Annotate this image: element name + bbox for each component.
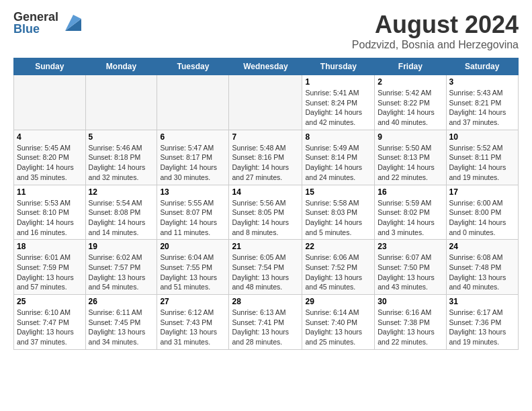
day-info: Sunrise: 5:48 AMSunset: 8:16 PMDaylight:… xyxy=(232,143,299,183)
calendar-cell-w3-d1: 11Sunrise: 5:53 AMSunset: 8:10 PMDayligh… xyxy=(14,185,86,240)
day-number: 18 xyxy=(17,242,83,251)
calendar-cell-w5-d4: 28Sunrise: 6:13 AMSunset: 7:41 PMDayligh… xyxy=(229,295,302,350)
title-block: August 2024 Podzvizd, Bosnia and Herzego… xyxy=(352,11,519,51)
calendar-week-2: 4Sunrise: 5:45 AMSunset: 8:20 PMDaylight… xyxy=(14,130,519,185)
calendar-cell-w2-d6: 9Sunrise: 5:50 AMSunset: 8:13 PMDaylight… xyxy=(375,130,446,185)
logo-text: General Blue xyxy=(13,11,58,35)
day-number: 15 xyxy=(305,187,371,197)
day-number: 25 xyxy=(17,297,83,306)
day-info: Sunrise: 6:07 AMSunset: 7:50 PMDaylight:… xyxy=(378,253,443,292)
calendar-cell-w2-d2: 5Sunrise: 5:46 AMSunset: 8:18 PMDaylight… xyxy=(85,130,157,185)
calendar-cell-w5-d3: 27Sunrise: 6:12 AMSunset: 7:43 PMDayligh… xyxy=(157,295,229,350)
day-number: 3 xyxy=(449,77,515,87)
col-wednesday: Wednesday xyxy=(229,58,302,75)
calendar-cell-w4-d2: 19Sunrise: 6:02 AMSunset: 7:57 PMDayligh… xyxy=(85,240,157,295)
main-title: August 2024 xyxy=(352,11,519,39)
logo-icon xyxy=(60,12,81,34)
day-number: 14 xyxy=(232,187,299,197)
day-info: Sunrise: 6:06 AMSunset: 7:52 PMDaylight:… xyxy=(305,253,371,292)
calendar-cell-w5-d1: 25Sunrise: 6:10 AMSunset: 7:47 PMDayligh… xyxy=(14,295,86,350)
day-number: 5 xyxy=(89,132,154,142)
subtitle: Podzvizd, Bosnia and Herzegovina xyxy=(352,39,519,51)
day-info: Sunrise: 5:53 AMSunset: 8:10 PMDaylight:… xyxy=(17,198,83,238)
day-number: 6 xyxy=(160,132,226,142)
day-number: 27 xyxy=(160,297,226,306)
calendar-cell-w1-d2 xyxy=(85,75,157,130)
calendar-cell-w4-d6: 23Sunrise: 6:07 AMSunset: 7:50 PMDayligh… xyxy=(375,240,446,295)
day-info: Sunrise: 6:11 AMSunset: 7:45 PMDaylight:… xyxy=(89,308,154,347)
day-info: Sunrise: 6:00 AMSunset: 8:00 PMDaylight:… xyxy=(449,198,515,238)
calendar-week-5: 25Sunrise: 6:10 AMSunset: 7:47 PMDayligh… xyxy=(14,295,519,350)
day-number: 19 xyxy=(89,242,154,251)
day-number: 2 xyxy=(378,77,443,87)
calendar-cell-w1-d3 xyxy=(157,75,229,130)
day-number: 28 xyxy=(232,297,299,306)
day-info: Sunrise: 5:43 AMSunset: 8:21 PMDaylight:… xyxy=(449,88,515,128)
day-number: 7 xyxy=(232,132,299,142)
day-info: Sunrise: 5:41 AMSunset: 8:24 PMDaylight:… xyxy=(305,88,371,128)
col-saturday: Saturday xyxy=(446,58,518,75)
calendar-cell-w3-d7: 17Sunrise: 6:00 AMSunset: 8:00 PMDayligh… xyxy=(446,185,518,240)
calendar-cell-w3-d4: 14Sunrise: 5:56 AMSunset: 8:05 PMDayligh… xyxy=(229,185,302,240)
day-number: 1 xyxy=(305,77,371,87)
logo: General Blue xyxy=(13,11,81,35)
day-number: 16 xyxy=(378,187,443,197)
calendar-week-3: 11Sunrise: 5:53 AMSunset: 8:10 PMDayligh… xyxy=(14,185,519,240)
day-info: Sunrise: 5:56 AMSunset: 8:05 PMDaylight:… xyxy=(232,198,299,238)
logo-blue: Blue xyxy=(13,23,58,35)
calendar-cell-w1-d4 xyxy=(229,75,302,130)
calendar-cell-w5-d2: 26Sunrise: 6:11 AMSunset: 7:45 PMDayligh… xyxy=(85,295,157,350)
col-tuesday: Tuesday xyxy=(157,58,229,75)
day-info: Sunrise: 6:01 AMSunset: 7:59 PMDaylight:… xyxy=(17,253,83,292)
calendar-cell-w1-d6: 2Sunrise: 5:42 AMSunset: 8:22 PMDaylight… xyxy=(375,75,446,130)
calendar-cell-w4-d7: 24Sunrise: 6:08 AMSunset: 7:48 PMDayligh… xyxy=(446,240,518,295)
calendar-cell-w2-d4: 7Sunrise: 5:48 AMSunset: 8:16 PMDaylight… xyxy=(229,130,302,185)
day-info: Sunrise: 5:58 AMSunset: 8:03 PMDaylight:… xyxy=(305,198,371,238)
day-number: 17 xyxy=(449,187,515,197)
day-number: 12 xyxy=(89,187,154,197)
day-number: 30 xyxy=(378,297,443,306)
col-monday: Monday xyxy=(85,58,157,75)
header: General Blue August 2024 Podzvizd, Bosni… xyxy=(13,11,519,51)
calendar-cell-w4-d3: 20Sunrise: 6:04 AMSunset: 7:55 PMDayligh… xyxy=(157,240,229,295)
calendar-cell-w5-d6: 30Sunrise: 6:16 AMSunset: 7:38 PMDayligh… xyxy=(375,295,446,350)
calendar-cell-w5-d7: 31Sunrise: 6:17 AMSunset: 7:36 PMDayligh… xyxy=(446,295,518,350)
day-info: Sunrise: 5:47 AMSunset: 8:17 PMDaylight:… xyxy=(160,143,226,183)
day-number: 23 xyxy=(378,242,443,251)
day-number: 26 xyxy=(89,297,154,306)
col-thursday: Thursday xyxy=(302,58,375,75)
logo-general: General xyxy=(13,11,58,23)
day-number: 20 xyxy=(160,242,226,251)
calendar-cell-w3-d3: 13Sunrise: 5:55 AMSunset: 8:07 PMDayligh… xyxy=(157,185,229,240)
day-info: Sunrise: 5:55 AMSunset: 8:07 PMDaylight:… xyxy=(160,198,226,238)
col-friday: Friday xyxy=(375,58,446,75)
calendar-cell-w1-d7: 3Sunrise: 5:43 AMSunset: 8:21 PMDaylight… xyxy=(446,75,518,130)
day-info: Sunrise: 6:10 AMSunset: 7:47 PMDaylight:… xyxy=(17,308,83,347)
day-info: Sunrise: 6:04 AMSunset: 7:55 PMDaylight:… xyxy=(160,253,226,292)
day-info: Sunrise: 6:05 AMSunset: 7:54 PMDaylight:… xyxy=(232,253,299,292)
calendar-cell-w1-d5: 1Sunrise: 5:41 AMSunset: 8:24 PMDaylight… xyxy=(302,75,375,130)
calendar-cell-w3-d6: 16Sunrise: 5:59 AMSunset: 8:02 PMDayligh… xyxy=(375,185,446,240)
day-number: 22 xyxy=(305,242,371,251)
day-info: Sunrise: 6:16 AMSunset: 7:38 PMDaylight:… xyxy=(378,308,443,347)
day-info: Sunrise: 5:54 AMSunset: 8:08 PMDaylight:… xyxy=(89,198,154,238)
calendar-cell-w2-d1: 4Sunrise: 5:45 AMSunset: 8:20 PMDaylight… xyxy=(14,130,86,185)
day-info: Sunrise: 5:49 AMSunset: 8:14 PMDaylight:… xyxy=(305,143,371,183)
day-number: 29 xyxy=(305,297,371,306)
day-info: Sunrise: 6:14 AMSunset: 7:40 PMDaylight:… xyxy=(305,308,371,347)
calendar-cell-w1-d1 xyxy=(14,75,86,130)
day-info: Sunrise: 6:02 AMSunset: 7:57 PMDaylight:… xyxy=(89,253,154,292)
calendar-cell-w3-d5: 15Sunrise: 5:58 AMSunset: 8:03 PMDayligh… xyxy=(302,185,375,240)
calendar-cell-w5-d5: 29Sunrise: 6:14 AMSunset: 7:40 PMDayligh… xyxy=(302,295,375,350)
day-number: 4 xyxy=(17,132,83,142)
day-info: Sunrise: 6:08 AMSunset: 7:48 PMDaylight:… xyxy=(449,253,515,292)
day-number: 11 xyxy=(17,187,83,197)
col-sunday: Sunday xyxy=(14,58,86,75)
day-info: Sunrise: 5:52 AMSunset: 8:11 PMDaylight:… xyxy=(449,143,515,183)
day-number: 21 xyxy=(232,242,299,251)
page: General Blue August 2024 Podzvizd, Bosni… xyxy=(0,0,532,357)
day-number: 8 xyxy=(305,132,371,142)
day-number: 13 xyxy=(160,187,226,197)
day-number: 9 xyxy=(378,132,443,142)
calendar-cell-w3-d2: 12Sunrise: 5:54 AMSunset: 8:08 PMDayligh… xyxy=(85,185,157,240)
